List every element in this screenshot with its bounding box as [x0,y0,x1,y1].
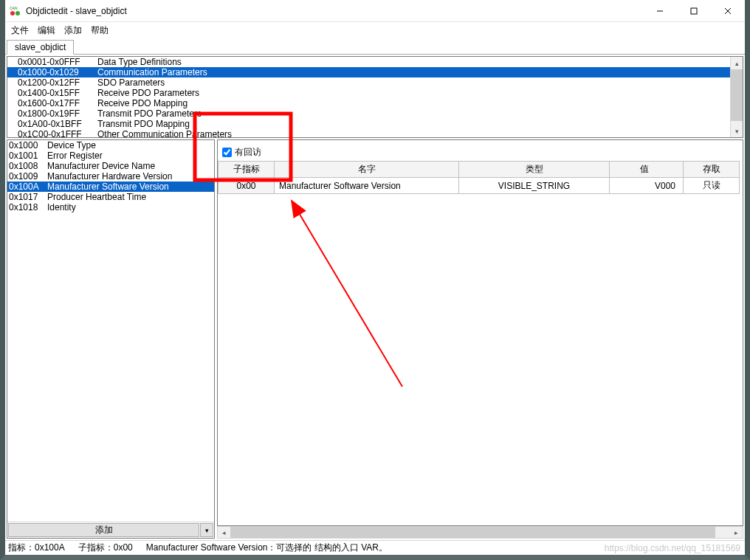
menubar: 文件 编辑 添加 帮助 [5,22,745,38]
hscroll-thumb[interactable] [230,527,715,538]
range-scrollbar[interactable]: ▴ ▾ [730,57,743,137]
minimize-button[interactable] [643,0,677,21]
range-code: 0x1A00-0x1BFF [18,119,97,129]
add-dropdown[interactable]: ▾ [200,523,213,537]
range-code: 0x1000-0x1029 [18,67,97,77]
index-label: Identity [47,202,76,212]
cell-access[interactable]: 只读 [684,178,740,194]
col-name[interactable]: 名字 [275,162,459,178]
detail-content: 有回访 子指标 名字 类型 值 存取 [217,139,743,526]
window-controls [643,0,745,21]
range-label: Receive PDO Parameters [97,88,199,98]
window-title: Objdictedit - slave_objdict [26,6,643,16]
svg-point-2 [16,11,20,15]
cell-type[interactable]: VISIBLE_STRING [459,178,610,194]
status-subindex: 子指标：0x00 [78,542,133,554]
index-label: Device Type [47,140,96,151]
range-row[interactable]: 0x1600-0x17FFReceive PDO Mapping [7,98,730,108]
detail-hscrollbar[interactable]: ◂ ▸ [217,526,743,539]
main-split: 0x1000Device Type0x1001Error Register0x1… [7,139,743,539]
range-code: 0x1800-0x19FF [18,108,97,119]
index-code: 0x1018 [9,202,47,212]
app-icon: CAN [10,5,21,17]
detail-pane: 有回访 子指标 名字 类型 值 存取 [217,139,743,539]
cell-name[interactable]: Manufacturer Software Version [275,178,459,194]
hscroll-track[interactable] [230,527,730,538]
svg-point-1 [10,11,15,15]
tab-slave-objdict[interactable]: slave_objdict [7,40,74,55]
index-code: 0x1000 [9,140,47,151]
cell-value[interactable]: V000 [610,178,684,194]
index-row[interactable]: 0x1001Error Register [7,151,214,161]
maximize-button[interactable] [677,0,711,21]
index-row[interactable]: 0x1017Producer Heartbeat Time [7,192,214,202]
callback-checkbox-label[interactable]: 有回访 [222,146,261,159]
subindex-table[interactable]: 子指标 名字 类型 值 存取 0x00Manufacturer Software… [218,161,740,194]
col-subindex[interactable]: 子指标 [219,162,275,178]
app-window: CAN Objdictedit - slave_objdict 文件 编辑 添加… [5,0,745,555]
range-code: 0x1200-0x12FF [18,77,97,88]
index-toolbar: 添加 ▾ [7,522,214,538]
titlebar: CAN Objdictedit - slave_objdict [5,0,745,22]
range-row[interactable]: 0x1800-0x19FFTransmit PDO Parameters [7,108,730,119]
index-code: 0x1008 [9,161,47,171]
cell-subindex: 0x00 [219,178,275,194]
hscroll-right-button[interactable]: ▸ [730,527,743,538]
hscroll-left-button[interactable]: ◂ [218,527,230,538]
range-code: 0x1400-0x15FF [18,88,97,98]
scroll-down-button[interactable]: ▾ [731,125,743,137]
index-row[interactable]: 0x1009Manufacturer Hardware Version [7,171,214,182]
menu-file[interactable]: 文件 [11,24,29,37]
range-list-pane: 0x0001-0x0FFFData Type Definitions0x1000… [7,56,743,138]
svg-rect-4 [691,8,697,14]
range-label: Receive PDO Mapping [97,98,188,108]
menu-add[interactable]: 添加 [64,24,82,37]
col-type[interactable]: 类型 [459,162,610,178]
scroll-up-button[interactable]: ▴ [731,57,743,69]
range-code: 0x1C00-0x1FFF [18,129,97,137]
tabstrip: slave_objdict [5,38,745,55]
index-label: Error Register [47,151,103,161]
range-row[interactable]: 0x1A00-0x1BFFTransmit PDO Mapping [7,119,730,129]
range-label: Data Type Definitions [97,57,182,67]
range-label: Other Communication Parameters [97,129,232,137]
close-button[interactable] [711,0,745,21]
range-label: Transmit PDO Parameters [97,108,202,119]
status-index: 指标：0x100A [8,542,65,554]
range-label: Communication Parameters [97,67,207,77]
menu-edit[interactable]: 编辑 [38,24,55,37]
range-row[interactable]: 0x1000-0x1029Communication Parameters [7,67,730,77]
add-button[interactable]: 添加 [8,523,199,537]
index-list-pane: 0x1000Device Type0x1001Error Register0x1… [7,139,215,539]
index-label: Manufacturer Hardware Version [47,171,172,182]
index-code: 0x1001 [9,151,47,161]
range-row[interactable]: 0x0001-0x0FFFData Type Definitions [7,57,730,67]
index-label: Producer Heartbeat Time [47,192,146,202]
index-label: Manufacturer Device Name [47,161,155,171]
index-row[interactable]: 0x100AManufacturer Software Version [7,182,214,192]
callback-checkbox[interactable] [222,148,232,157]
callback-checkbox-text: 有回访 [235,146,261,159]
range-row[interactable]: 0x1400-0x15FFReceive PDO Parameters [7,88,730,98]
statusbar: 指标：0x100A 子指标：0x00 Manufacturer Software… [5,540,745,555]
status-description: Manufacturer Software Version：可选择的 结构的入口… [146,542,388,554]
index-row[interactable]: 0x1008Manufacturer Device Name [7,161,214,171]
range-label: Transmit PDO Mapping [97,119,190,129]
range-list[interactable]: 0x0001-0x0FFFData Type Definitions0x1000… [7,57,730,137]
col-access[interactable]: 存取 [684,162,740,178]
index-row[interactable]: 0x1018Identity [7,202,214,212]
index-code: 0x1017 [9,192,47,202]
table-row[interactable]: 0x00Manufacturer Software VersionVISIBLE… [219,178,740,194]
range-row[interactable]: 0x1C00-0x1FFFOther Communication Paramet… [7,129,730,137]
range-label: SDO Parameters [97,77,165,88]
svg-text:CAN: CAN [10,6,18,10]
watermark: https://blog.csdn.net/qq_15181569 [605,543,740,553]
scroll-thumb[interactable] [731,69,743,121]
menu-help[interactable]: 帮助 [91,24,109,37]
index-label: Manufacturer Software Version [47,182,169,192]
col-value[interactable]: 值 [610,162,684,178]
range-row[interactable]: 0x1200-0x12FFSDO Parameters [7,77,730,88]
range-code: 0x0001-0x0FFF [18,57,97,67]
index-row[interactable]: 0x1000Device Type [7,140,214,151]
index-list[interactable]: 0x1000Device Type0x1001Error Register0x1… [7,140,214,522]
